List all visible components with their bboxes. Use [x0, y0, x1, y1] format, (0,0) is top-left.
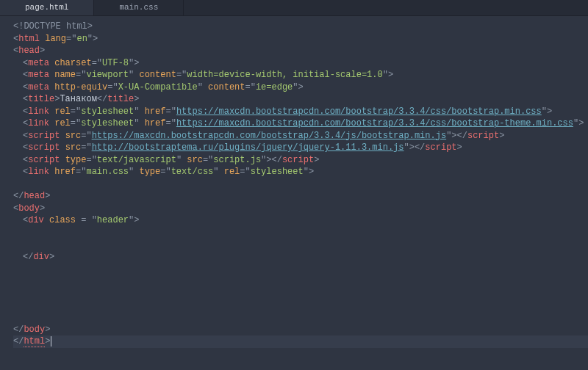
code-editor[interactable]: <!DOCTYPE html> <html lang="en"> <head> …: [0, 16, 588, 348]
code-line: [13, 287, 588, 300]
tab-main-css[interactable]: main.css: [94, 0, 184, 15]
tab-page-html[interactable]: page.html: [0, 0, 94, 15]
code-line: <!DOCTYPE html>: [13, 21, 588, 33]
code-line: <script type="text/javascript" src="scri…: [13, 154, 588, 167]
code-line: <script src="http://bootstraptema.ru/plu…: [13, 142, 588, 154]
code-line: </div>: [13, 251, 588, 264]
code-line-active: </html>: [13, 335, 588, 348]
text-cursor: [51, 336, 51, 347]
tab-bar: page.html main.css: [0, 0, 588, 16]
code-line: [13, 263, 588, 275]
code-line: </body>: [13, 324, 588, 336]
code-line: [13, 239, 588, 251]
code-line: [13, 311, 588, 324]
code-line: <script src="https://maxcdn.bootstrapcdn…: [13, 130, 588, 142]
code-line: <body>: [13, 203, 588, 215]
code-line: <title>Танаком</title>: [13, 93, 588, 106]
code-line: <html lang="en">: [13, 33, 588, 46]
code-line: [13, 227, 588, 239]
code-line: [13, 178, 588, 191]
code-line: <div class = "header">: [13, 214, 588, 227]
code-line: [13, 300, 588, 312]
code-line: <meta name="viewport" content="width=dev…: [13, 69, 588, 81]
code-line: <link rel="stylesheet" href="https://max…: [13, 117, 588, 130]
code-line: <head>: [13, 45, 588, 57]
code-line: <meta charset="UTF-8">: [13, 57, 588, 70]
code-line: [13, 275, 588, 288]
code-line: </head>: [13, 190, 588, 203]
code-line: <meta http-equiv="X-UA-Compatible" conte…: [13, 81, 588, 94]
code-line: <link href="main.css" type="text/css" re…: [13, 166, 588, 178]
code-line: <link rel="stylesheet" href="https://max…: [13, 106, 588, 118]
